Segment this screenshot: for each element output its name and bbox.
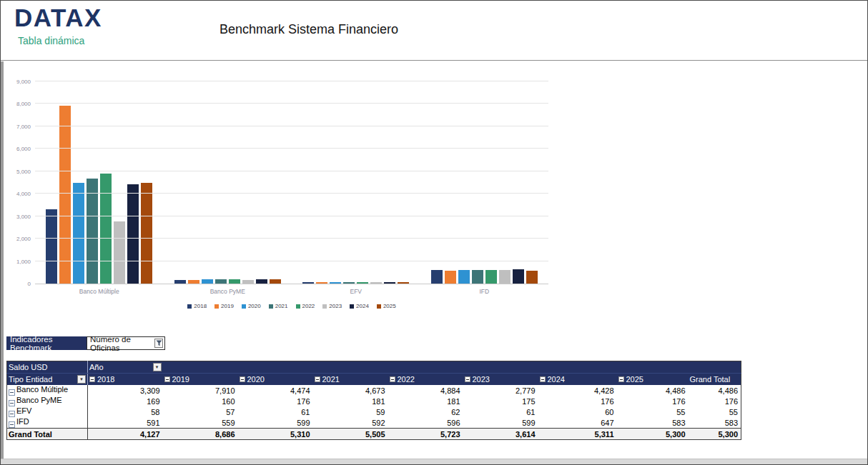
cell-0-grand-total: 4,486 (689, 385, 741, 396)
collapse-row-1-button[interactable] (9, 400, 15, 406)
bar-group-1 (164, 81, 292, 284)
cell-3-2018: 591 (88, 417, 163, 429)
grand-total-row-label: Grand Total (7, 429, 88, 440)
collapse-year-2024-button[interactable] (540, 376, 546, 382)
collapse-row-0-button[interactable] (9, 389, 15, 396)
legend-label: 2024 (356, 303, 369, 309)
grand-total-column-header: Grand Total (689, 374, 741, 386)
year-column-header-2023: 2023 (463, 374, 538, 386)
row-label-text: Banco Múltiple (16, 385, 68, 394)
collapse-year-2020-button[interactable] (240, 376, 245, 382)
collapse-year-2019-button[interactable] (164, 376, 170, 382)
year-column-header-2022: 2022 (388, 374, 463, 386)
year-header-cell: 2020 (240, 375, 312, 384)
gridline (35, 103, 548, 104)
legend-swatch-icon (350, 304, 354, 309)
gridline (35, 171, 548, 171)
column-field-label: Año (89, 363, 104, 371)
collapse-year-2018-button[interactable] (89, 376, 95, 382)
year-column-header-2019: 2019 (163, 374, 238, 386)
bar-2020-3 (458, 270, 470, 284)
bar-2018-1 (174, 280, 186, 284)
ano-filter-dropdown[interactable]: ▼ (153, 363, 162, 371)
gridline (35, 81, 548, 81)
bar-2021-2 (343, 282, 355, 284)
bar-2025-0 (141, 183, 152, 284)
year-label: 2019 (172, 375, 189, 384)
cell-2-2021: 59 (313, 406, 388, 417)
bar-2023-1 (242, 280, 254, 284)
bar-2025-1 (270, 279, 281, 284)
grand-total-row: Grand Total4,1278,6865,3105,5055,7233,61… (7, 429, 741, 440)
bar-group-2 (292, 81, 420, 284)
year-label: 2025 (626, 375, 643, 384)
row-label-1: Banco PyME (7, 396, 88, 406)
bar-2024-3 (513, 269, 524, 284)
year-label: 2018 (97, 375, 114, 384)
row-label-3: IFD (7, 417, 88, 429)
year-header-cell: 2018 (89, 375, 162, 384)
legend-item-2019: 2019 (214, 303, 234, 309)
year-header-cell: 2022 (390, 375, 462, 384)
cell-3-grand-total: 583 (689, 417, 741, 429)
year-header-cell: 2025 (618, 375, 687, 384)
year-column-header-2021: 2021 (313, 374, 388, 386)
filter-funnel-icon[interactable] (154, 339, 163, 348)
chart-legend: 20182019202020212022202320242025 (35, 303, 548, 309)
grand-total-cell-2021: 5,505 (313, 429, 388, 440)
collapse-row-3-button[interactable] (9, 421, 15, 428)
year-column-header-2025: 2025 (617, 374, 689, 386)
cell-3-2021: 592 (313, 417, 388, 429)
cell-2-2023: 61 (463, 406, 538, 417)
grand-total-grand-total-cell: 5,300 (689, 429, 741, 440)
y-axis-label: 7,000 (16, 123, 31, 129)
bar-2021-1 (215, 279, 227, 284)
y-axis-label: 4,000 (16, 191, 31, 197)
cell-1-2023: 175 (463, 396, 538, 406)
row-label-text: EFV (16, 406, 31, 415)
cell-0-2018: 3,309 (88, 385, 163, 396)
y-axis: 01,0002,0003,0004,0005,0006,0007,0008,00… (6, 81, 31, 284)
bar-groups (35, 81, 548, 284)
tipo-entidad-filter-dropdown[interactable]: ▼ (77, 375, 86, 384)
collapse-year-2021-button[interactable] (315, 376, 320, 382)
cell-1-2019: 160 (163, 396, 238, 406)
grand-total-cell-2020: 5,310 (238, 429, 313, 440)
collapse-year-2022-button[interactable] (390, 376, 395, 382)
x-axis-label-0: Banco Múltiple (35, 288, 164, 295)
row-label-0: Banco Múltiple (7, 385, 88, 396)
y-axis-label: 9,000 (16, 79, 31, 85)
legend-label: 2025 (383, 303, 396, 309)
row-field-header: Tipo Entidad▼ (7, 374, 88, 386)
cell-3-2020: 599 (238, 417, 313, 429)
legend-label: 2023 (329, 303, 342, 309)
table-row-3: IFD591559599592596599647583583 (7, 417, 741, 429)
top-header-bar: DATAX Tabla dinámica Benchmark Sistema F… (1, 1, 867, 61)
cell-1-2025: 176 (617, 396, 689, 406)
bar-2024-0 (127, 184, 139, 284)
header-spacer (163, 361, 741, 374)
collapse-year-2023-button[interactable] (465, 376, 470, 382)
column-field-cell: Año▼ (89, 363, 162, 371)
grand-total-cell-2022: 5,723 (388, 429, 463, 440)
cell-2-2018: 58 (88, 406, 163, 417)
collapse-row-2-button[interactable] (9, 411, 15, 417)
dashboard-window: DATAX Tabla dinámica Benchmark Sistema F… (0, 0, 868, 465)
bar-group-3 (420, 81, 549, 284)
bar-2021-0 (87, 179, 98, 284)
y-axis-label: 8,000 (16, 101, 31, 107)
collapse-year-2025-button[interactable] (618, 376, 624, 382)
bar-2020-0 (73, 183, 84, 284)
bar-2019-1 (188, 280, 199, 284)
row-label-2: EFV (7, 406, 88, 417)
year-label: 2021 (322, 375, 340, 384)
column-field-header: Año▼ (88, 361, 163, 374)
year-label: 2023 (473, 375, 490, 384)
pivot-table: Saldo USDAño▼Tipo Entidad▼20182019202020… (6, 361, 741, 440)
gridline (35, 238, 548, 239)
cell-0-2025: 4,486 (617, 385, 689, 396)
legend-swatch-icon (269, 304, 273, 309)
legend-item-2025: 2025 (377, 303, 396, 309)
gridline (35, 261, 548, 261)
cell-1-2020: 176 (238, 396, 313, 406)
